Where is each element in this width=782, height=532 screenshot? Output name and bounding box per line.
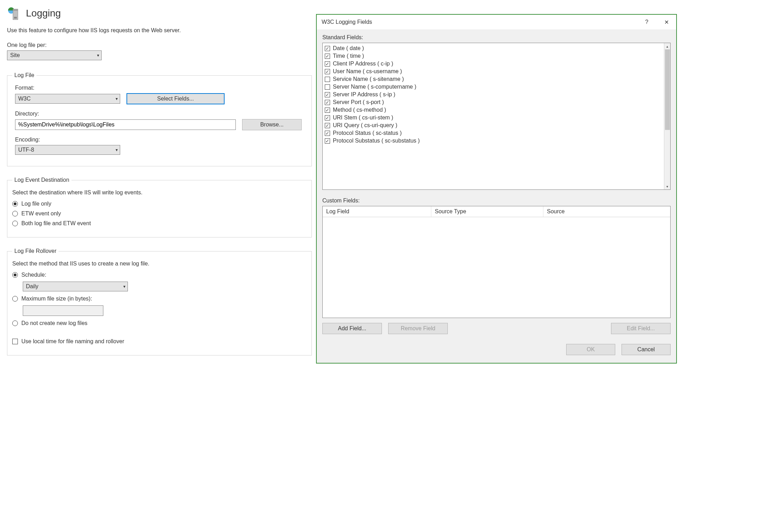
destination-group: Log Event Destination xyxy=(12,177,71,183)
log-file-per-value: Site xyxy=(10,52,20,58)
w3c-fields-dialog: W3C Logging Fields ? ✕ Standard Fields: … xyxy=(316,14,677,364)
standard-field-item[interactable]: ✓User Name ( cs-username ) xyxy=(325,68,662,75)
chevron-down-icon: ▾ xyxy=(116,147,118,152)
standard-field-item[interactable]: ✓Method ( cs-method ) xyxy=(325,106,662,114)
checkbox-icon xyxy=(325,84,330,90)
page-title: Logging xyxy=(26,8,61,19)
encoding-label: Encoding: xyxy=(15,137,307,143)
close-icon: ✕ xyxy=(664,19,669,26)
checkbox-icon: ✓ xyxy=(325,92,330,97)
schedule-select[interactable]: Daily ▾ xyxy=(23,282,128,291)
encoding-value: UTF-8 xyxy=(18,147,34,153)
standard-fields-list[interactable]: ✓Date ( date )✓Time ( time )✓Client IP A… xyxy=(322,43,671,190)
standard-field-item[interactable]: Service Name ( s-sitename ) xyxy=(325,75,662,83)
scroll-down-icon[interactable]: ▾ xyxy=(664,183,671,189)
standard-field-label: Service Name ( s-sitename ) xyxy=(333,76,404,82)
format-label: Format: xyxy=(15,85,307,91)
checkbox-icon: ✓ xyxy=(325,108,330,113)
custom-fields-table[interactable]: Log Field Source Type Source xyxy=(322,206,671,318)
standard-field-label: Server IP Address ( s-ip ) xyxy=(333,91,395,98)
scroll-up-icon[interactable]: ▴ xyxy=(664,43,671,49)
svg-rect-2 xyxy=(13,9,18,11)
scrollbar[interactable]: ▴ ▾ xyxy=(664,43,670,189)
schedule-value: Daily xyxy=(26,283,39,290)
edit-field-button[interactable]: Edit Field... xyxy=(611,323,671,334)
svg-rect-3 xyxy=(14,17,17,19)
column-source[interactable]: Source xyxy=(543,206,670,217)
standard-field-label: Method ( cs-method ) xyxy=(333,107,386,113)
standard-field-label: Client IP Address ( c-ip ) xyxy=(333,61,393,67)
standard-fields-label: Standard Fields: xyxy=(322,34,671,41)
standard-field-label: Server Name ( s-computername ) xyxy=(333,84,416,90)
standard-field-item[interactable]: ✓Date ( date ) xyxy=(325,44,662,52)
checkbox-icon: ✓ xyxy=(325,115,330,120)
log-file-per-label: One log file per: xyxy=(7,42,343,48)
radio-etw-only[interactable]: ETW event only xyxy=(12,210,307,217)
standard-field-label: Time ( time ) xyxy=(333,53,364,59)
standard-field-item[interactable]: ✓URI Stem ( cs-uri-stem ) xyxy=(325,114,662,122)
page-description: Use this feature to configure how IIS lo… xyxy=(7,27,343,34)
standard-field-label: Server Port ( s-port ) xyxy=(333,99,384,105)
standard-field-item[interactable]: ✓Client IP Address ( c-ip ) xyxy=(325,60,662,68)
encoding-select[interactable]: UTF-8 ▾ xyxy=(15,145,120,155)
standard-field-label: URI Query ( cs-uri-query ) xyxy=(333,122,397,129)
checkbox-icon: ✓ xyxy=(325,123,330,128)
remove-field-button[interactable]: Remove Field xyxy=(388,323,448,334)
close-button[interactable]: ✕ xyxy=(657,15,676,29)
column-source-type[interactable]: Source Type xyxy=(431,206,543,217)
checkbox-icon: ✓ xyxy=(325,46,330,51)
log-file-group: Log File xyxy=(12,72,36,78)
radio-schedule[interactable]: Schedule: xyxy=(12,272,307,278)
chevron-down-icon: ▾ xyxy=(116,96,118,101)
browse-button[interactable]: Browse... xyxy=(242,119,302,130)
checkbox-icon: ✓ xyxy=(325,131,330,136)
dialog-title: W3C Logging Fields xyxy=(322,19,372,25)
help-button[interactable]: ? xyxy=(637,15,657,29)
max-size-input[interactable] xyxy=(23,305,103,316)
checkbox-icon xyxy=(325,77,330,82)
checkbox-icon: ✓ xyxy=(325,100,330,105)
standard-field-item[interactable]: ✓Server IP Address ( s-ip ) xyxy=(325,91,662,98)
standard-field-label: Protocol Substatus ( sc-substatus ) xyxy=(333,138,420,144)
server-icon xyxy=(7,6,21,20)
radio-log-file-only[interactable]: Log file only xyxy=(12,201,307,207)
standard-field-item[interactable]: ✓URI Query ( cs-uri-query ) xyxy=(325,122,662,129)
format-select[interactable]: W3C ▾ xyxy=(15,94,120,104)
custom-fields-label: Custom Fields: xyxy=(322,198,671,204)
cancel-button[interactable]: Cancel xyxy=(622,344,671,355)
select-fields-button[interactable]: Select Fields... xyxy=(126,93,225,104)
checkbox-local-time[interactable]: Use local time for file naming and rollo… xyxy=(12,338,307,345)
directory-label: Directory: xyxy=(15,111,307,117)
rollover-hint: Select the method that IIS uses to creat… xyxy=(12,261,307,267)
log-file-per-select[interactable]: Site ▾ xyxy=(7,50,102,60)
checkbox-icon: ✓ xyxy=(325,69,330,74)
radio-max-size[interactable]: Maximum file size (in bytes): xyxy=(12,296,307,302)
column-log-field[interactable]: Log Field xyxy=(323,206,431,217)
standard-field-item[interactable]: ✓Protocol Substatus ( sc-substatus ) xyxy=(325,137,662,145)
standard-field-label: Protocol Status ( sc-status ) xyxy=(333,130,402,136)
rollover-group: Log File Rollover xyxy=(12,248,59,254)
standard-field-label: Date ( date ) xyxy=(333,45,364,51)
checkbox-icon: ✓ xyxy=(325,54,330,59)
destination-hint: Select the destination where IIS will wr… xyxy=(12,189,307,196)
standard-field-item[interactable]: ✓Protocol Status ( sc-status ) xyxy=(325,129,662,137)
add-field-button[interactable]: Add Field... xyxy=(322,323,382,334)
format-value: W3C xyxy=(18,96,31,102)
standard-field-label: User Name ( cs-username ) xyxy=(333,68,402,75)
standard-field-item[interactable]: ✓Server Port ( s-port ) xyxy=(325,98,662,106)
checkbox-icon: ✓ xyxy=(325,138,330,144)
standard-field-item[interactable]: Server Name ( s-computername ) xyxy=(325,83,662,91)
chevron-down-icon: ▾ xyxy=(97,53,99,58)
checkbox-icon: ✓ xyxy=(325,61,330,67)
standard-field-label: URI Stem ( cs-uri-stem ) xyxy=(333,115,393,121)
radio-no-create[interactable]: Do not create new log files xyxy=(12,320,307,326)
ok-button[interactable]: OK xyxy=(566,344,615,355)
standard-field-item[interactable]: ✓Time ( time ) xyxy=(325,52,662,60)
radio-both[interactable]: Both log file and ETW event xyxy=(12,220,307,227)
chevron-down-icon: ▾ xyxy=(123,284,125,289)
directory-input[interactable] xyxy=(15,119,236,130)
